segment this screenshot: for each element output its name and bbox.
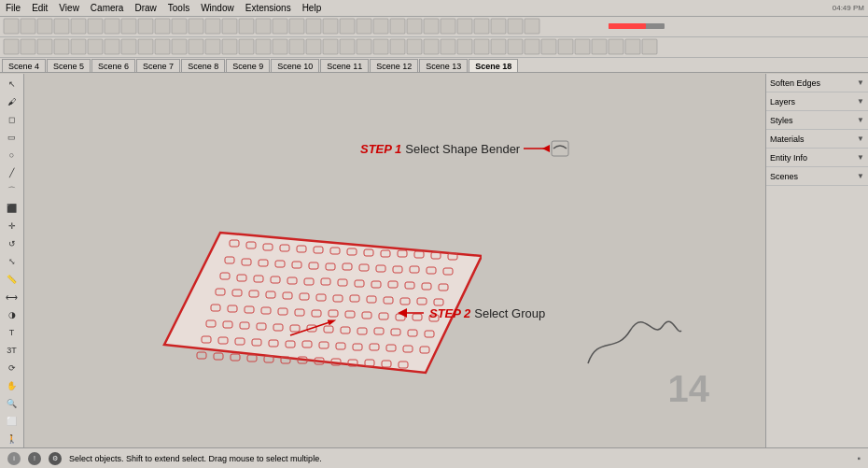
tool-rect[interactable]: ▭ bbox=[3, 129, 21, 146]
menu-tools[interactable]: Tools bbox=[166, 3, 191, 13]
svg-rect-17 bbox=[289, 19, 304, 34]
panel-svg bbox=[108, 177, 482, 401]
tab-scene7[interactable]: Scene 7 bbox=[136, 59, 180, 72]
tool-protractor[interactable]: ◑ bbox=[3, 306, 21, 323]
svg-rect-49 bbox=[256, 39, 271, 54]
panel-scenes[interactable]: Scenes ▼ bbox=[766, 167, 868, 186]
tool-dimension[interactable]: ⟷ bbox=[3, 289, 21, 305]
tool-paint[interactable]: 🖌 bbox=[3, 93, 21, 110]
tool-zoom[interactable]: 🔍 bbox=[3, 395, 21, 412]
svg-rect-173 bbox=[214, 353, 223, 360]
status-bar: i ! ⚙ Select objects. Shift to extend se… bbox=[0, 447, 868, 468]
svg-rect-66 bbox=[541, 39, 556, 54]
svg-rect-175 bbox=[247, 355, 257, 362]
svg-rect-24 bbox=[407, 19, 422, 34]
svg-rect-60 bbox=[441, 39, 455, 54]
tool-rotate[interactable]: ↺ bbox=[3, 235, 21, 252]
tool-select[interactable]: ↖ bbox=[3, 76, 21, 92]
tool-scale[interactable]: ⤡ bbox=[3, 253, 21, 270]
tab-scene13[interactable]: Scene 13 bbox=[419, 59, 468, 72]
svg-rect-13 bbox=[222, 19, 237, 34]
menu-extensions[interactable]: Extensions bbox=[244, 3, 293, 13]
menu-camera[interactable]: Camera bbox=[89, 3, 126, 13]
svg-rect-71 bbox=[625, 39, 640, 54]
svg-rect-29 bbox=[491, 19, 506, 34]
svg-rect-51 bbox=[289, 39, 304, 54]
svg-rect-64 bbox=[508, 39, 523, 54]
tool-zoomext[interactable]: ⬜ bbox=[3, 413, 21, 430]
svg-rect-40 bbox=[105, 39, 119, 54]
step1-number: STEP 1 bbox=[360, 142, 401, 156]
svg-rect-12 bbox=[205, 19, 220, 34]
menu-bar: File Edit View Camera Draw Tools Window … bbox=[0, 0, 868, 17]
tool-orbit[interactable]: ⟳ bbox=[3, 360, 21, 376]
panel-materials[interactable]: Materials ▼ bbox=[766, 130, 868, 149]
svg-rect-69 bbox=[592, 39, 607, 54]
svg-rect-10 bbox=[172, 19, 187, 34]
tool-push[interactable]: ⬛ bbox=[3, 200, 21, 217]
svg-rect-42 bbox=[138, 39, 153, 54]
svg-rect-38 bbox=[71, 39, 86, 54]
svg-rect-63 bbox=[491, 39, 506, 54]
svg-rect-53 bbox=[323, 39, 338, 54]
tool-walk[interactable]: 🚶 bbox=[3, 431, 21, 447]
panel-styles[interactable]: Styles ▼ bbox=[766, 111, 868, 130]
panel-soften-edges[interactable]: Soften Edges ▼ bbox=[766, 74, 868, 92]
tool-circle[interactable]: ○ bbox=[3, 147, 21, 163]
menu-help[interactable]: Help bbox=[301, 3, 324, 13]
status-icon-info: i bbox=[7, 452, 21, 465]
svg-rect-7 bbox=[121, 19, 136, 34]
menu-view[interactable]: View bbox=[57, 3, 81, 13]
tool-tape[interactable]: 📏 bbox=[3, 271, 21, 288]
svg-rect-1 bbox=[21, 19, 35, 34]
tab-scene10[interactable]: Scene 10 bbox=[271, 59, 319, 72]
tool-3dtext[interactable]: 3T bbox=[3, 342, 21, 359]
tool-pan[interactable]: ✋ bbox=[3, 377, 21, 394]
tool-move[interactable]: ✛ bbox=[3, 218, 21, 234]
tab-scene18[interactable]: Scene 18 bbox=[469, 59, 518, 72]
menu-window[interactable]: Window bbox=[199, 3, 236, 13]
curved-line-drawing bbox=[579, 298, 691, 373]
menu-file[interactable]: File bbox=[4, 3, 22, 13]
status-icon-settings: ⚙ bbox=[49, 452, 62, 465]
slide-number: 14 bbox=[668, 368, 710, 410]
tool-line[interactable]: ╱ bbox=[3, 164, 21, 181]
toolbar-icons-row2 bbox=[2, 38, 814, 57]
tab-scene9[interactable]: Scene 9 bbox=[226, 59, 270, 72]
panel-entity-info[interactable]: Entity Info ▼ bbox=[766, 149, 868, 167]
status-icon-warning: ! bbox=[28, 452, 41, 465]
step1-text: Select Shape Bender bbox=[405, 142, 520, 156]
tab-scene5[interactable]: Scene 5 bbox=[47, 59, 91, 72]
svg-rect-6 bbox=[105, 19, 119, 34]
3d-panel-object bbox=[108, 177, 482, 401]
tab-scene12[interactable]: Scene 12 bbox=[370, 59, 418, 72]
menu-edit[interactable]: Edit bbox=[30, 3, 49, 13]
svg-rect-30 bbox=[508, 19, 523, 34]
tab-scene8[interactable]: Scene 8 bbox=[181, 59, 225, 72]
svg-rect-20 bbox=[340, 19, 355, 34]
tab-scene4[interactable]: Scene 4 bbox=[2, 59, 46, 72]
svg-rect-68 bbox=[575, 39, 590, 54]
step2-label: STEP 2 Select Group bbox=[398, 305, 545, 320]
svg-rect-41 bbox=[121, 39, 136, 54]
svg-rect-23 bbox=[390, 19, 405, 34]
tool-arc[interactable]: ⌒ bbox=[3, 182, 21, 199]
tab-scene6[interactable]: Scene 6 bbox=[91, 59, 135, 72]
viewport[interactable]: STEP 1 Select Shape Bender STEP 2 Select… bbox=[24, 74, 765, 447]
svg-rect-28 bbox=[474, 19, 489, 34]
right-panel: Soften Edges ▼ Layers ▼ Styles ▼ Materia… bbox=[765, 74, 868, 457]
svg-rect-61 bbox=[457, 39, 472, 54]
step2-arrow bbox=[398, 305, 426, 320]
menu-draw[interactable]: Draw bbox=[133, 3, 158, 13]
svg-rect-2 bbox=[37, 19, 52, 34]
tool-text[interactable]: T bbox=[3, 324, 21, 341]
resize-corner[interactable]: ▪ bbox=[857, 453, 861, 463]
tab-scene11[interactable]: Scene 11 bbox=[320, 59, 369, 72]
svg-rect-46 bbox=[205, 39, 220, 54]
svg-rect-33 bbox=[609, 23, 646, 29]
tool-erase[interactable]: ◻ bbox=[3, 111, 21, 128]
step1-label: STEP 1 Select Shape Bender bbox=[360, 137, 570, 160]
svg-rect-52 bbox=[306, 39, 321, 54]
svg-rect-5 bbox=[88, 19, 103, 34]
panel-layers[interactable]: Layers ▼ bbox=[766, 92, 868, 111]
